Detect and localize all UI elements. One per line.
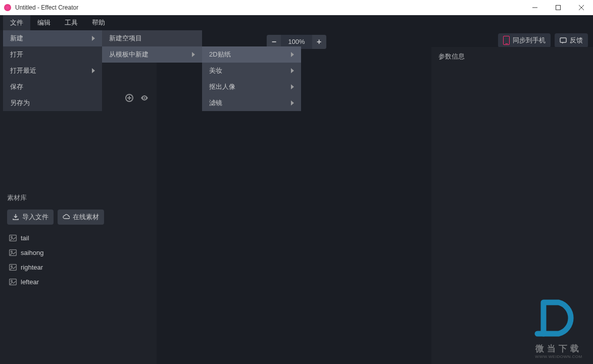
chevron-right-icon <box>291 84 294 89</box>
menu-tools[interactable]: 工具 <box>58 15 85 30</box>
menu-item-label: 打开最近 <box>10 66 36 75</box>
image-icon <box>9 264 17 271</box>
svg-point-8 <box>11 266 13 267</box>
menu-item-label: 滤镜 <box>209 98 222 108</box>
image-icon <box>9 249 17 256</box>
asset-item-label: saihong <box>21 249 44 256</box>
asset-item-label: tail <box>21 234 29 242</box>
close-button[interactable] <box>570 0 593 15</box>
import-file-button[interactable]: 导入文件 <box>7 210 54 225</box>
visibility-toggle-button[interactable] <box>139 93 150 103</box>
menu-item-save-as[interactable]: 另存为 <box>3 95 102 111</box>
menu-item-label: 保存 <box>10 82 23 91</box>
image-icon <box>9 279 17 285</box>
cloud-icon <box>63 214 70 221</box>
minimize-button[interactable] <box>523 0 547 15</box>
new-submenu-dropdown: 新建空项目 从模板中新建 <box>102 30 202 63</box>
menu-item-open-recent[interactable]: 打开最近 <box>3 63 102 79</box>
asset-item-label: leftear <box>21 278 39 286</box>
online-assets-label: 在线素材 <box>73 213 99 222</box>
menu-item-label: 抠出人像 <box>209 82 235 91</box>
image-icon <box>9 235 17 241</box>
app-icon <box>4 4 11 11</box>
chevron-right-icon <box>92 36 95 41</box>
menu-item-label: 从模板中新建 <box>109 50 149 59</box>
phone-icon <box>503 36 510 45</box>
chevron-right-icon <box>291 68 294 73</box>
zoom-in-button[interactable]: + <box>312 35 326 49</box>
asset-item[interactable]: leftear <box>7 275 150 289</box>
menu-item-2d-sticker[interactable]: 2D贴纸 <box>202 46 301 63</box>
watermark-name: 微当下载 <box>533 343 584 354</box>
menu-item-label: 2D贴纸 <box>209 50 231 59</box>
menu-item-save[interactable]: 保存 <box>3 79 102 95</box>
menu-item-open[interactable]: 打开 <box>3 46 102 63</box>
asset-item[interactable]: tail <box>7 231 150 245</box>
asset-list: tail saihong rightear leftear <box>0 230 157 290</box>
menu-item-cutout-portrait[interactable]: 抠出人像 <box>202 79 301 95</box>
template-submenu-dropdown: 2D贴纸 美妆 抠出人像 滤镜 <box>202 46 301 111</box>
watermark-url: WWW.WEIDOWN.COM <box>533 354 584 359</box>
menu-item-new-from-template[interactable]: 从模板中新建 <box>102 46 202 63</box>
menu-file[interactable]: 文件 <box>3 15 30 30</box>
menu-edit[interactable]: 编辑 <box>30 15 58 30</box>
download-icon <box>12 214 19 221</box>
window-titlebar: Untitled - Effect Creator <box>0 0 593 15</box>
file-menu-dropdown: 新建 打开 打开最近 保存 另存为 <box>3 30 102 111</box>
properties-panel-title: 参数信息 <box>431 47 593 66</box>
menu-item-label: 美妆 <box>209 66 222 75</box>
chevron-right-icon <box>92 68 95 73</box>
online-assets-button[interactable]: 在线素材 <box>58 210 104 225</box>
asset-library-title: 素材库 <box>0 188 157 207</box>
menu-item-new-empty[interactable]: 新建空项目 <box>102 30 202 46</box>
chat-icon <box>560 37 567 44</box>
menu-item-label: 另存为 <box>10 98 30 108</box>
svg-rect-0 <box>556 6 561 10</box>
chevron-right-icon <box>192 52 195 57</box>
svg-rect-1 <box>560 38 566 42</box>
watermark: 微当下载 WWW.WEIDOWN.COM <box>533 297 584 359</box>
sync-to-phone-button[interactable]: 同步到手机 <box>498 33 551 47</box>
maximize-button[interactable] <box>547 0 570 15</box>
menu-item-beauty[interactable]: 美妆 <box>202 63 301 79</box>
watermark-logo-icon <box>533 297 584 339</box>
svg-point-10 <box>11 280 13 282</box>
add-layer-button[interactable] <box>124 93 134 103</box>
menu-item-new[interactable]: 新建 <box>3 30 102 46</box>
sync-phone-label: 同步到手机 <box>513 36 546 45</box>
feedback-label: 反馈 <box>570 36 583 45</box>
asset-item[interactable]: rightear <box>7 260 150 275</box>
menu-item-filter[interactable]: 滤镜 <box>202 95 301 111</box>
chevron-right-icon <box>291 100 294 106</box>
svg-point-6 <box>11 251 13 252</box>
menu-help[interactable]: 帮助 <box>85 15 112 30</box>
menu-item-label: 新建空项目 <box>109 34 142 43</box>
svg-point-4 <box>11 236 13 238</box>
chevron-right-icon <box>291 52 294 57</box>
menu-item-label: 打开 <box>10 50 23 59</box>
window-title: Untitled - Effect Creator <box>15 4 523 11</box>
import-file-label: 导入文件 <box>22 213 48 222</box>
menu-item-label: 新建 <box>10 34 23 43</box>
asset-item-label: rightear <box>21 264 43 271</box>
feedback-button[interactable]: 反馈 <box>555 33 588 47</box>
asset-item[interactable]: saihong <box>7 245 150 260</box>
menubar: 文件 编辑 工具 帮助 <box>0 15 593 30</box>
asset-library-panel: 素材库 导入文件 在线素材 tail saihong rightear left… <box>0 188 157 364</box>
